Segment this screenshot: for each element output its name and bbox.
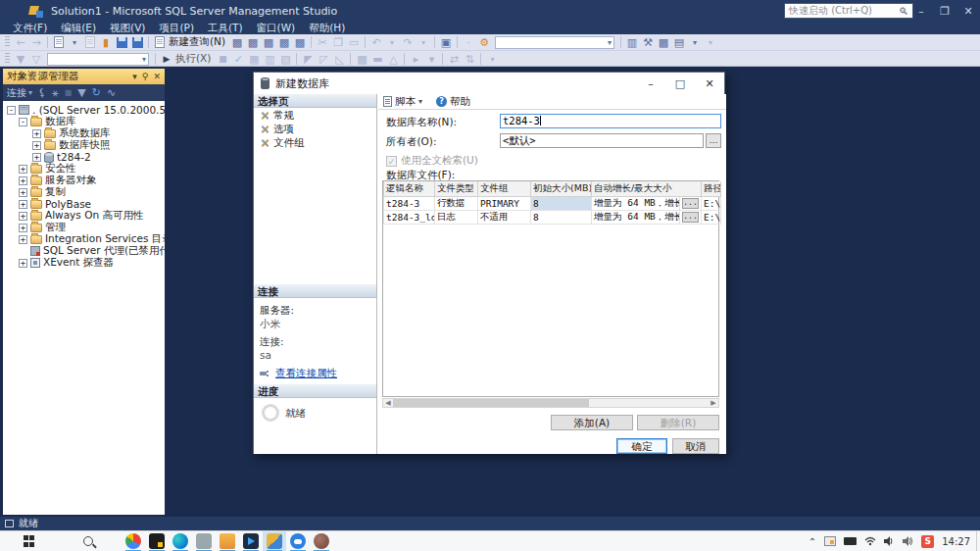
pin-icon[interactable]: ⚲ [142,72,149,81]
menu-project[interactable]: 项目(P) [152,22,201,34]
tray-sogou-icon[interactable]: S [921,535,934,548]
taskbar-browser2-button[interactable] [310,531,333,551]
col-initial-size[interactable]: 初始大小(MB) [531,181,592,197]
expand-icon[interactable]: + [19,224,27,232]
add-item-icon[interactable] [82,35,98,49]
command-dropdown-icon[interactable]: ▾ [687,35,703,49]
undo-dropdown-icon[interactable]: ▾ [384,35,400,49]
disconnect-plug-icon[interactable]: ⚹ [52,86,59,99]
icon[interactable]: ◺ [331,52,347,66]
collapse-icon[interactable]: - [19,118,27,126]
undo-icon[interactable]: ↶ [368,35,384,49]
expand-icon[interactable]: + [19,212,27,221]
parse-check-icon[interactable]: ✓ [230,52,246,66]
taskbar-wps-button[interactable] [192,531,216,551]
cut-icon[interactable]: ✂ [315,35,330,49]
close-panel-icon[interactable]: ✕ [153,72,161,81]
xmla-query-icon[interactable]: ▩ [292,35,308,49]
connect-dropdown[interactable]: 连接 [7,86,26,100]
script-dropdown-icon[interactable]: ▾ [418,97,422,106]
owner-browse-button[interactable]: ... [706,133,721,148]
taskbar-search-button[interactable] [76,531,100,551]
properties-window-icon[interactable]: ▥ [624,35,640,49]
wrench-icon[interactable]: ⚙ [476,35,492,49]
overflow-icon[interactable]: ▾ [484,52,500,66]
minimize-button[interactable]: – [909,0,933,22]
taskbar-chrome-button[interactable] [122,531,145,551]
autogrowth-browse-button[interactable]: ... [682,198,699,209]
menu-window[interactable]: 窗口(W) [250,22,303,34]
open-folder-icon[interactable]: ▮ [98,35,114,49]
tree-item-server[interactable]: - . (SQL Server 15.0.2000.5 - sa) [3,104,165,116]
filter-funnel-icon[interactable]: ▽ [28,52,44,66]
navigate-back-icon[interactable]: ← [13,35,28,49]
taskbar-editor-button[interactable] [145,531,169,551]
tray-wifi-icon[interactable] [864,536,876,546]
stop-icon[interactable]: ■ [215,52,230,66]
tree-item-server-objects[interactable]: + 服务器对象 [3,175,165,186]
col-filegroup[interactable]: 文件组 [478,181,531,197]
icon[interactable]: ⇅ [462,52,477,66]
menu-tools[interactable]: 工具(T) [201,22,250,34]
taskbar-ssms-button[interactable] [263,531,286,551]
navigate-forward-icon[interactable]: → [28,35,44,49]
grid-row-data-file[interactable]: t284-3 行数据 PRIMARY 8 增量为 64 MB，增长... ...… [384,197,721,211]
redo-icon[interactable]: ↷ [400,35,416,49]
dialog-titlebar[interactable]: 新建数据库 – □ ✕ [254,73,724,94]
connect-dropdown-icon[interactable]: ▾ [28,88,32,97]
expand-icon[interactable]: + [32,129,41,138]
icon[interactable]: ▩ [354,52,369,66]
page-item-filegroups[interactable]: 文件组 [254,137,376,149]
quick-launch-box[interactable]: 快速启动 (Ctrl+Q) 🔍︎ [784,3,913,19]
expand-icon[interactable]: + [32,153,41,162]
toolbar-grip[interactable] [5,36,10,48]
new-query-button[interactable]: 新建查询(N) [169,35,225,49]
database-query-icon[interactable]: ▩ [229,35,245,49]
copy-icon[interactable]: ❐ [330,35,346,49]
tray-image-icon[interactable] [824,536,836,546]
scroll-left-icon[interactable]: ◀ [383,399,393,407]
toolbox-icon[interactable]: ▩ [656,35,671,49]
taskbar-files-button[interactable] [216,531,239,551]
stop-icon[interactable]: ■ [65,88,73,97]
help-button[interactable]: 帮助 [450,95,470,109]
tray-volume-icon[interactable] [884,536,895,546]
ok-button[interactable]: 确定 [616,438,667,454]
autogrowth-browse-button[interactable]: ... [682,212,699,223]
icon[interactable]: ▥ [262,52,277,66]
toolbar-overflow-icon[interactable]: ▾ [703,35,718,49]
refresh-icon[interactable]: ↻ [92,86,101,99]
window-menu-icon[interactable]: ▾ [132,72,137,81]
icon[interactable]: ▾ [423,52,439,66]
icon[interactable]: ◸ [316,52,331,66]
restore-button[interactable]: ❐ [933,0,956,22]
tree-item-t284-2[interactable]: + t284-2 [3,151,165,163]
mdx-query-icon[interactable]: ▩ [261,35,276,49]
col-autogrowth[interactable]: 自动增长/最大大小 [592,181,702,197]
db-name-input[interactable]: t284-3 [500,114,721,128]
toolbar-grip[interactable] [5,53,10,65]
col-path[interactable]: 路径 [702,181,721,197]
close-button[interactable]: ✕ [956,0,980,22]
clock[interactable]: 14:27 [942,536,970,547]
remove-button[interactable]: 删除(R) [637,415,719,430]
page-item-options[interactable]: 选项 [254,124,376,135]
filter-funnel-icon[interactable]: ▼ [77,86,85,99]
dialog-minimize-icon[interactable]: – [636,73,665,94]
expand-icon[interactable]: + [32,141,41,150]
analysis-query-icon[interactable]: ▩ [245,35,261,49]
command-window-icon[interactable]: ▤ [671,35,687,49]
execute-icon[interactable]: ▶ [159,52,174,66]
grid-horizontal-scrollbar[interactable]: ◀ ▶ [382,398,719,408]
icon[interactable]: ⇄ [446,52,462,66]
tree-item-xevent[interactable]: + XEvent 探查器 [3,257,165,269]
database-selector-combobox[interactable] [47,53,149,66]
paste-icon[interactable]: ▭ [346,35,362,49]
icon[interactable]: ▦ [246,52,262,66]
taskbar-netdisk-button[interactable] [286,531,310,551]
object-explorer-header[interactable]: 对象资源管理器 ▾ ⚲ ✕ [3,69,165,84]
add-button[interactable]: 添加(A) [551,415,633,430]
taskbar-edge-button[interactable] [169,531,192,551]
icon[interactable]: ◤ [300,52,316,66]
selected-cell[interactable]: 8 [531,197,592,211]
